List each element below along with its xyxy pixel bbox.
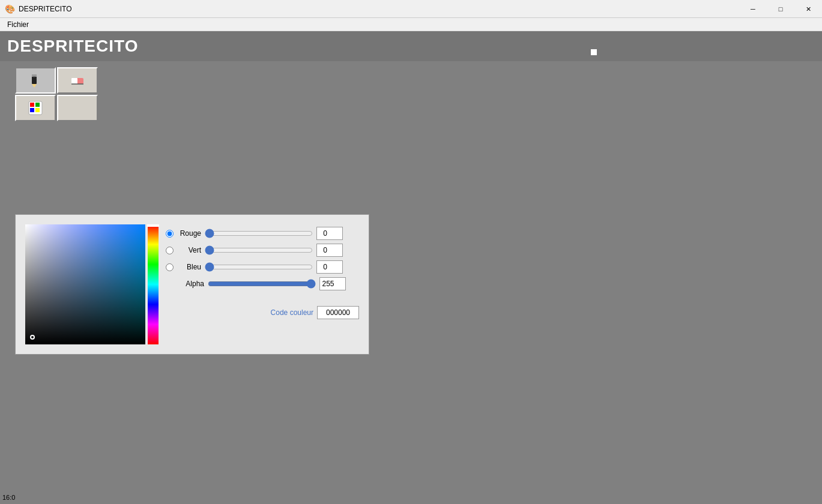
alpha-row: Alpha xyxy=(166,277,359,290)
bleu-radio[interactable] xyxy=(166,263,174,271)
code-couleur-row: Code couleur xyxy=(166,306,359,319)
minimize-button[interactable]: ─ xyxy=(739,0,767,18)
code-couleur-label: Code couleur xyxy=(271,308,313,317)
bleu-row: Bleu xyxy=(166,260,359,274)
svg-rect-11 xyxy=(35,108,40,112)
toolbar xyxy=(15,67,98,121)
titlebar-controls: ─ □ ✕ xyxy=(739,0,822,18)
titlebar-title: DESPRITECITO xyxy=(19,5,71,13)
bleu-slider[interactable] xyxy=(205,262,313,272)
pencil-icon xyxy=(27,72,44,89)
hue-indicator xyxy=(147,224,159,227)
rouge-spinbox[interactable] xyxy=(316,227,343,240)
fill-tool-button[interactable] xyxy=(15,95,56,121)
titlebar: 🎨 DESPRITECITO ─ □ ✕ xyxy=(0,0,822,18)
svg-rect-10 xyxy=(30,108,34,112)
color-gradient-wrap xyxy=(25,224,159,344)
alpha-label: Alpha xyxy=(177,280,204,288)
color-controls: Rouge Vert Bleu Alpha xyxy=(166,224,359,344)
vert-row: Vert xyxy=(166,244,359,257)
menubar: Fichier xyxy=(0,18,822,31)
bleu-spinbox[interactable] xyxy=(316,260,343,274)
titlebar-icon: 🎨 xyxy=(5,4,15,14)
eraser-icon xyxy=(69,72,86,89)
svg-marker-1 xyxy=(32,84,37,88)
color-gradient-canvas[interactable] xyxy=(25,224,145,344)
fill-icon xyxy=(27,100,44,116)
pencil-tool-button[interactable] xyxy=(15,67,56,94)
statusbar: 16:0 xyxy=(0,491,822,504)
statusbar-coords: 16:0 xyxy=(2,494,15,501)
alpha-spinbox[interactable] xyxy=(319,277,346,290)
maximize-button[interactable]: □ xyxy=(767,0,794,18)
rouge-label: Rouge xyxy=(177,229,201,238)
vert-label: Vert xyxy=(177,246,201,254)
gradient-cursor xyxy=(30,335,35,340)
rouge-slider[interactable] xyxy=(205,229,313,238)
app-title: DESPRITECITO xyxy=(7,37,138,56)
vert-radio[interactable] xyxy=(166,247,174,254)
bleu-label: Bleu xyxy=(177,263,201,271)
close-button[interactable]: ✕ xyxy=(794,0,822,18)
vert-spinbox[interactable] xyxy=(316,244,343,257)
svg-rect-2 xyxy=(32,74,37,77)
content-area: Rouge Vert Bleu Alpha xyxy=(0,61,822,504)
code-couleur-input[interactable] xyxy=(317,306,359,319)
color-panel: Rouge Vert Bleu Alpha xyxy=(15,214,369,355)
eraser-tool-button[interactable] xyxy=(57,67,98,94)
header-square xyxy=(591,49,597,55)
vert-slider[interactable] xyxy=(205,245,313,255)
app-header: DESPRITECITO xyxy=(0,31,822,61)
alpha-slider[interactable] xyxy=(208,279,316,289)
svg-rect-5 xyxy=(71,78,77,84)
svg-rect-8 xyxy=(30,103,34,107)
color-hue-bar[interactable] xyxy=(148,224,159,344)
rouge-radio[interactable] xyxy=(166,230,174,238)
menu-fichier[interactable]: Fichier xyxy=(2,19,34,30)
empty-tool-slot xyxy=(57,95,98,121)
svg-rect-9 xyxy=(35,103,40,107)
rouge-row: Rouge xyxy=(166,227,359,240)
